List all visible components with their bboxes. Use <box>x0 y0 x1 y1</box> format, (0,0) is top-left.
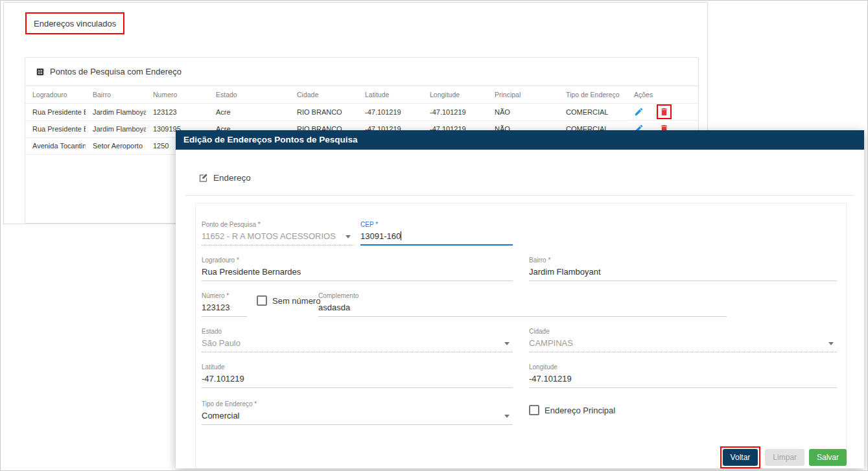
bairro-input[interactable]: Bairro * Jardim Flamboyant <box>529 257 837 281</box>
field-value: Jardim Flamboyant <box>529 266 837 277</box>
text-cursor <box>401 231 401 240</box>
table-header-row: Logradouro Bairro Numero Estado Cidade L… <box>25 86 698 104</box>
card-title: Pontos de Pesquisa com Endereço <box>50 67 182 76</box>
col-tipo-endereco: Tipo de Endereço <box>559 86 627 104</box>
tipo-endereco-select[interactable]: Tipo de Endereço * Comercial <box>202 400 513 425</box>
numero-input[interactable]: Número * 123123 <box>202 292 247 317</box>
col-bairro: Bairro <box>86 86 146 104</box>
field-value: -47.101219 <box>529 373 837 384</box>
page-title: Endereços vinculados <box>34 19 116 29</box>
field-label: CEP * <box>360 221 513 229</box>
col-numero: Numero <box>146 86 209 104</box>
cell-principal: NÃO <box>487 104 559 121</box>
cell-bairro: Setor Aeroporto <box>86 137 146 154</box>
cell-bairro: Jardim Flamboyant <box>86 104 146 121</box>
section-title: Endereço <box>213 173 251 183</box>
field-label: Latitude <box>202 363 513 371</box>
field-label: Ponto de Pesquisa * <box>202 221 354 229</box>
latitude-input[interactable]: Latitude -47.101219 <box>202 363 513 388</box>
col-longitude: Longitude <box>423 86 487 104</box>
table-row: Rua Presidente Bernardes Jardim Flamboya… <box>25 104 698 121</box>
form-buttons: Voltar Limpar Salvar <box>720 446 847 468</box>
list-icon <box>36 67 45 76</box>
chevron-down-icon <box>828 342 834 345</box>
salvar-button[interactable]: Salvar <box>809 449 847 466</box>
ponto-de-pesquisa-select[interactable]: Ponto de Pesquisa * 11652 - R A MOTOS AC… <box>202 221 354 246</box>
cell-numero: 123123 <box>146 104 209 121</box>
annotation-box-voltar: Voltar <box>720 446 761 468</box>
chevron-down-icon <box>504 415 510 418</box>
field-label: Bairro * <box>529 257 837 264</box>
limpar-button[interactable]: Limpar <box>765 449 804 466</box>
voltar-button[interactable]: Voltar <box>723 449 758 466</box>
field-value: -47.101219 <box>202 373 513 384</box>
cell-longitude: -47.101219 <box>423 104 487 121</box>
field-label: Complemento <box>318 292 727 300</box>
cep-input[interactable]: CEP * 13091-160 <box>360 221 513 246</box>
screen: Endereços vinculados Pontos de Pesquisa … <box>0 0 868 471</box>
edit-square-icon <box>198 173 208 183</box>
field-value: 13091-160 <box>360 231 513 242</box>
annotation-box-page-title: Endereços vinculados <box>25 12 124 34</box>
chevron-down-icon <box>346 235 351 238</box>
col-estado: Estado <box>209 86 290 104</box>
card-header: Pontos de Pesquisa com Endereço <box>25 58 698 86</box>
cell-acoes <box>627 104 698 121</box>
edit-icon[interactable] <box>634 107 644 117</box>
field-value: São Paulo <box>202 338 513 349</box>
field-value: Comercial <box>202 410 513 421</box>
logradouro-input[interactable]: Logradouro * Rua Presidente Bernardes <box>202 257 513 281</box>
field-label: Logradouro * <box>202 257 513 264</box>
cell-bairro: Jardim Flamboyant <box>86 121 146 137</box>
modal-header: Edição de Endereços Pontos de Pesquisa <box>176 130 864 150</box>
section-header: Endereço <box>198 173 251 183</box>
cell-tipo-endereco: COMERCIAL <box>559 104 627 121</box>
checkbox-label: Endereço Principal <box>545 406 615 415</box>
cidade-select[interactable]: Cidade CAMPINAS <box>529 328 837 352</box>
cell-logradouro: Rua Presidente Bernardes <box>25 104 86 121</box>
sem-numero-checkbox[interactable] <box>257 295 267 306</box>
cell-latitude: -47.101219 <box>358 104 423 121</box>
cell-logradouro: Avenida Tocantins <box>25 137 86 154</box>
field-value: 11652 - R A MOTOS ACESSORIOS <box>202 231 354 242</box>
checkbox-label: Sem número <box>272 296 320 306</box>
field-label: Tipo de Endereço * <box>202 400 513 408</box>
annotation-box-delete <box>657 104 672 119</box>
field-value: Rua Presidente Bernardes <box>202 266 513 277</box>
col-acoes: Ações <box>627 86 698 104</box>
cell-cidade: RIO BRANCO <box>290 104 358 121</box>
sem-numero-checkbox-row: Sem número <box>257 295 320 306</box>
field-value: asdasda <box>318 302 727 313</box>
estado-select[interactable]: Estado São Paulo <box>202 328 513 352</box>
divider <box>185 195 854 196</box>
field-label: Longitude <box>529 363 837 371</box>
field-label: Estado <box>202 328 513 336</box>
col-latitude: Latitude <box>358 86 423 104</box>
endereco-principal-checkbox-row: Endereço Principal <box>529 405 615 415</box>
col-logradouro: Logradouro <box>25 86 86 104</box>
col-cidade: Cidade <box>290 86 358 104</box>
chevron-down-icon <box>504 342 510 345</box>
field-value: 123123 <box>202 302 247 313</box>
field-label: Número * <box>202 292 247 300</box>
delete-icon[interactable] <box>659 107 669 117</box>
edit-address-modal: Edição de Endereços Pontos de Pesquisa E… <box>176 130 864 468</box>
field-label: Cidade <box>529 328 837 336</box>
col-principal: Principal <box>487 86 559 104</box>
longitude-input[interactable]: Longitude -47.101219 <box>529 363 837 388</box>
endereco-principal-checkbox[interactable] <box>529 405 539 415</box>
cell-logradouro: Rua Presidente Bernardes <box>25 121 86 137</box>
modal-title: Edição de Endereços Pontos de Pesquisa <box>183 135 358 144</box>
field-value: CAMPINAS <box>529 338 837 349</box>
complemento-input[interactable]: Complemento asdasda <box>318 292 727 317</box>
cell-estado: Acre <box>209 104 290 121</box>
